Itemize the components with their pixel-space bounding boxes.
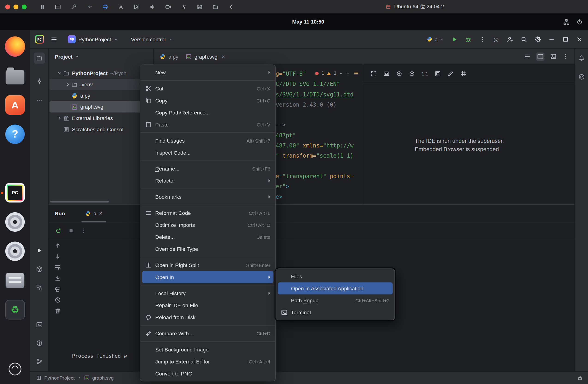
dock-recycle[interactable] [5,299,26,320]
search-icon[interactable] [521,36,527,43]
transfer-icon[interactable] [181,3,187,10]
menu-item-open-in-right-split[interactable]: Open in Right Split Shift+Enter [142,259,273,271]
dock-firefox[interactable] [5,36,26,57]
run-config-widget[interactable]: a [427,36,444,42]
menu-item-inspect-code[interactable]: Inspect Code... [142,147,273,159]
breadcrumb-project[interactable]: PythonProject [44,375,75,381]
tool-stripe-version-control[interactable] [34,356,45,367]
dock-drive[interactable] [5,270,26,291]
menu-item-cut[interactable]: Cut Ctrl+X [142,83,273,95]
more-vertical-icon[interactable] [562,53,569,60]
volume-icon[interactable] [149,3,156,10]
menu-item-copy[interactable]: Copy Ctrl+C [142,95,273,107]
menu-item-new[interactable]: New [142,66,273,79]
tool-stripe-services[interactable] [34,282,45,293]
zoom-window-button[interactable] [22,4,26,9]
grid-icon[interactable] [460,71,467,77]
chevron-up-icon[interactable] [338,71,343,76]
close-window-button[interactable] [5,4,10,9]
rerun-icon[interactable] [55,228,62,234]
tool-stripe-run-play[interactable] [34,245,45,256]
actual-size-icon[interactable] [371,71,377,77]
settings-icon[interactable] [534,36,541,43]
preview-layout-icon[interactable] [550,53,557,60]
minimize-window-button[interactable] [14,4,19,9]
dock-terminal[interactable] [5,153,26,174]
editor-list-icon[interactable] [524,53,531,60]
project-panel-header[interactable]: Project [49,49,153,64]
menu-item-override-file-type[interactable]: Override File Type [142,243,273,255]
dock-show-apps[interactable] [7,361,23,377]
close-run-tab-icon[interactable]: × [99,211,103,216]
menu-item-paste[interactable]: Paste Ctrl+V [142,119,273,131]
menu-item-refactor[interactable]: Refactor [142,175,273,187]
dock-files[interactable] [5,65,26,86]
tool-stripe-ai-chat[interactable] [576,72,587,82]
tool-stripe-python-packages[interactable] [34,264,45,275]
back-icon[interactable] [228,3,234,10]
clock[interactable]: May 11 10:50 [292,14,324,30]
project-widget[interactable]: PP PythonProject [68,35,118,43]
navigate-down-icon[interactable] [54,253,61,260]
dock-cd-dvd-2[interactable] [5,241,26,262]
tree-item-external-libraries[interactable]: External Libraries [50,113,153,124]
tab-graph-svg[interactable]: graph.svg × [182,48,230,64]
more-vertical-icon[interactable] [81,228,87,234]
tool-stripe-problems[interactable] [34,338,45,349]
fit-zoom-icon[interactable] [383,71,390,77]
tool-stripe-project-folder[interactable] [34,53,45,64]
zoom-out-icon[interactable] [409,71,415,77]
wrench-icon[interactable] [71,3,77,10]
code-structure-icon[interactable] [354,71,359,76]
tree-item-venv[interactable]: .venv [50,79,153,90]
split-editor-icon[interactable] [536,52,545,61]
canvas-icon[interactable] [435,71,441,77]
ai-assistant-icon[interactable]: @ [493,36,499,43]
code-icon[interactable]: </> [86,3,93,10]
breadcrumb-file[interactable]: graph.svg [92,375,114,381]
menu-item-repair-ide-on-file[interactable]: Repair IDE on File [142,299,273,311]
video-icon[interactable] [165,3,171,10]
add-user-icon[interactable] [506,36,513,43]
menu-item-open-in[interactable]: Open In [142,271,273,283]
submenu-item-open-in-associated-application[interactable]: Open In Associated Application [278,282,393,295]
tab-a-py[interactable]: a.py × [156,48,182,64]
save-icon[interactable] [197,3,203,10]
menu-item-rename[interactable]: Rename... Shift+F6 [142,163,273,175]
tool-stripe-notifications[interactable] [576,53,587,64]
network-hierarchy-icon[interactable] [563,19,570,25]
printer-icon[interactable] [102,3,108,10]
menu-item-optimize-imports[interactable]: Optimize Imports Ctrl+Alt+O [142,219,273,231]
zoom-in-icon[interactable] [396,71,402,77]
tool-stripe-terminal[interactable] [34,319,45,330]
more-vertical-icon[interactable] [479,36,485,43]
menu-item-set-background-image[interactable]: Set Background Image [142,344,273,356]
print-icon[interactable] [54,286,61,292]
pause-icon[interactable] [39,3,45,10]
tree-item-scratches-and-consol[interactable]: Scratches and Consol [50,124,153,135]
dock-pycharm[interactable] [5,182,26,203]
scroll-to-end-icon[interactable] [54,275,61,281]
power-icon[interactable] [576,19,583,25]
pycharm-logo-icon[interactable]: PC [35,35,44,43]
menu-item-reformat-code[interactable]: Reformat Code Ctrl+Alt+L [142,207,273,219]
tool-stripe-commit[interactable] [34,76,45,87]
soft-wrap-icon[interactable] [54,264,61,271]
vcs-widget[interactable]: Version control [131,36,173,42]
maximize-icon[interactable] [562,36,569,43]
minimize-icon[interactable] [548,36,555,43]
menu-item-copy-path-reference[interactable]: Copy Path/Reference... [142,107,273,119]
stop-icon[interactable] [68,228,74,234]
tree-item-pythonproject[interactable]: PythonProject ~/Pych [50,68,153,79]
menu-item-convert-to-png[interactable]: Convert to PNG [142,368,273,380]
dock-app-center[interactable] [5,95,26,116]
tree-item-a-py[interactable]: a.py [50,90,153,101]
dock-help[interactable] [5,124,26,145]
shared-folder-icon[interactable] [212,3,219,10]
debug-icon[interactable] [465,36,472,43]
menu-item-compare-with[interactable]: Compare With... Ctrl+D [142,327,273,340]
submenu-item-path-popup[interactable]: Path Popup Ctrl+Alt+Shift+2 [278,295,393,306]
main-menu-icon[interactable] [51,36,57,43]
run-tab-a[interactable]: a × [81,204,107,222]
zoom-level[interactable]: 1:1 [422,71,428,76]
